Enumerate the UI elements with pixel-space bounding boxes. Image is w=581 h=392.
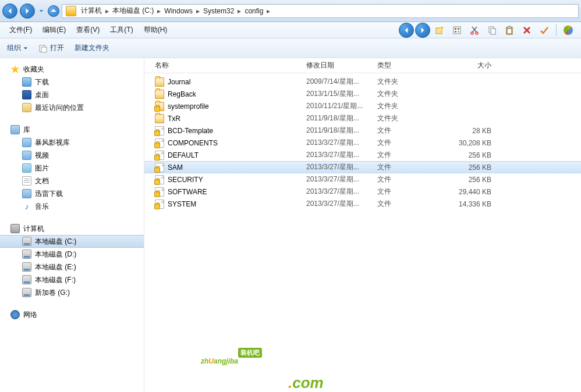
breadcrumb-separator[interactable]: ▸ bbox=[265, 7, 271, 15]
file-name: Journal bbox=[168, 78, 190, 86]
folder-icon bbox=[155, 114, 164, 123]
file-icon bbox=[155, 138, 164, 148]
breadcrumb-separator[interactable]: ▸ bbox=[236, 7, 242, 15]
file-type: 文件 bbox=[377, 199, 447, 209]
nav-forward-button[interactable] bbox=[20, 3, 35, 19]
pictures-icon bbox=[22, 163, 31, 173]
nav-drive-g[interactable]: 新加卷 (G:) bbox=[0, 286, 144, 299]
toolbar-check-icon[interactable] bbox=[536, 23, 552, 37]
nav-libraries[interactable]: 库 bbox=[0, 123, 144, 136]
file-name: BCD-Template bbox=[168, 127, 213, 135]
file-type: 文件 bbox=[377, 126, 447, 136]
svg-rect-10 bbox=[491, 28, 495, 34]
file-size: 256 KB bbox=[447, 163, 499, 172]
cmd-organize[interactable]: 组织 bbox=[7, 43, 28, 53]
nav-recent[interactable]: 最近访问的位置 bbox=[0, 101, 144, 114]
col-name[interactable]: 名称 bbox=[155, 60, 306, 70]
file-icon bbox=[155, 187, 164, 197]
file-row[interactable]: systemprofile2010/11/21/星期...文件夹 bbox=[144, 100, 581, 112]
file-row[interactable]: DEFAULT2013/3/27/星期...文件256 KB bbox=[144, 149, 581, 161]
nav-network[interactable]: 网络 bbox=[0, 308, 144, 321]
nav-drive-f[interactable]: 本地磁盘 (F:) bbox=[0, 273, 144, 286]
nav-drive-d[interactable]: 本地磁盘 (D:) bbox=[0, 248, 144, 261]
folder-icon bbox=[155, 77, 164, 87]
nav-lib-video[interactable]: 视频 bbox=[0, 149, 144, 162]
toolbar-back-button[interactable] bbox=[399, 23, 414, 38]
menu-bar: 文件(F) 编辑(E) 查看(V) 工具(T) 帮助(H) bbox=[0, 22, 581, 38]
file-row[interactable]: Journal2009/7/14/星期...文件夹 bbox=[144, 76, 581, 88]
file-size: 30,208 KB bbox=[447, 139, 499, 147]
col-date[interactable]: 修改日期 bbox=[306, 60, 377, 70]
file-row[interactable]: TxR2011/9/18/星期...文件夹 bbox=[144, 112, 581, 124]
breadcrumb-item[interactable]: 计算机 bbox=[79, 5, 104, 17]
nav-favorites[interactable]: 收藏夹 bbox=[0, 63, 144, 76]
menu-help[interactable]: 帮助(H) bbox=[139, 23, 172, 37]
music-icon: ♪ bbox=[22, 202, 31, 211]
file-name: COMPONENTS bbox=[168, 139, 218, 147]
lock-icon bbox=[154, 167, 160, 173]
file-type: 文件 bbox=[377, 174, 447, 184]
folder-icon bbox=[22, 77, 31, 87]
file-name: RegBack bbox=[168, 90, 196, 98]
file-row[interactable]: SAM2013/3/27/星期...文件256 KB bbox=[144, 161, 581, 173]
nav-desktop[interactable]: 桌面 bbox=[0, 88, 144, 101]
toolbar-delete-icon[interactable] bbox=[519, 23, 535, 37]
svg-rect-12 bbox=[508, 26, 511, 28]
breadcrumb-item[interactable]: System32 bbox=[201, 5, 236, 17]
file-icon bbox=[155, 126, 164, 136]
svg-rect-6 bbox=[458, 31, 459, 33]
breadcrumb-separator[interactable]: ▸ bbox=[104, 7, 110, 15]
file-row[interactable]: SECURITY2013/3/27/星期...文件256 KB bbox=[144, 173, 581, 186]
nav-lib-music[interactable]: ♪音乐 bbox=[0, 200, 144, 213]
file-row[interactable]: COMPONENTS2013/3/27/星期...文件30,208 KB bbox=[144, 137, 581, 149]
nav-downloads[interactable]: 下载 bbox=[0, 76, 144, 88]
nav-lib-thunder[interactable]: 迅雷下载 bbox=[0, 187, 144, 200]
nav-drive-e[interactable]: 本地磁盘 (E:) bbox=[0, 261, 144, 273]
col-size[interactable]: 大小 bbox=[447, 60, 499, 70]
lock-icon bbox=[154, 204, 160, 209]
toolbar-globe-icon[interactable] bbox=[560, 23, 576, 37]
toolbar-copy-icon[interactable] bbox=[484, 23, 500, 37]
toolbar-cut-icon[interactable] bbox=[466, 23, 483, 37]
toolbar-properties-icon[interactable] bbox=[449, 23, 465, 37]
file-row[interactable]: BCD-Template2011/9/18/星期...文件28 KB bbox=[144, 124, 581, 137]
nav-computer[interactable]: 计算机 bbox=[0, 222, 144, 235]
toolbar-new-icon[interactable] bbox=[431, 23, 448, 37]
nav-lib-storm[interactable]: 暴风影视库 bbox=[0, 136, 144, 149]
breadcrumb-item[interactable]: Windows bbox=[162, 5, 195, 17]
file-date: 2011/9/18/星期... bbox=[306, 113, 377, 123]
file-icon bbox=[155, 151, 164, 160]
menu-edit[interactable]: 编辑(E) bbox=[38, 23, 70, 37]
lock-icon bbox=[154, 179, 160, 185]
nav-lib-pictures[interactable]: 图片 bbox=[0, 162, 144, 174]
nav-up-button[interactable] bbox=[48, 5, 59, 17]
breadcrumb-separator[interactable]: ▸ bbox=[156, 7, 162, 15]
breadcrumb-item[interactable]: config bbox=[242, 5, 265, 17]
nav-drive-c[interactable]: 本地磁盘 (C:) bbox=[0, 235, 144, 248]
file-row[interactable]: SYSTEM2013/3/27/星期...文件14,336 KB bbox=[144, 198, 581, 210]
file-date: 2013/3/27/星期... bbox=[306, 174, 377, 184]
drive-icon bbox=[22, 288, 31, 297]
file-name: SOFTWARE bbox=[168, 188, 207, 196]
toolbar-forward-button[interactable] bbox=[415, 23, 430, 38]
nav-lib-documents[interactable]: 文档 bbox=[0, 174, 144, 187]
cmd-open[interactable]: 打开 bbox=[38, 43, 64, 53]
breadcrumb-item[interactable]: 本地磁盘 (C:) bbox=[110, 5, 156, 17]
file-name: SAM bbox=[168, 163, 183, 172]
computer-icon bbox=[10, 224, 20, 233]
file-size: 14,336 KB bbox=[447, 200, 499, 208]
menu-view[interactable]: 查看(V) bbox=[72, 23, 104, 37]
cmd-new-folder[interactable]: 新建文件夹 bbox=[75, 43, 109, 53]
lock-icon bbox=[154, 106, 160, 112]
breadcrumb-separator[interactable]: ▸ bbox=[195, 7, 201, 15]
menu-file[interactable]: 文件(F) bbox=[5, 23, 37, 37]
toolbar-paste-icon[interactable] bbox=[501, 23, 518, 37]
nav-history-dropdown[interactable] bbox=[37, 5, 45, 17]
col-type[interactable]: 类型 bbox=[377, 60, 447, 70]
breadcrumb[interactable]: 计算机▸本地磁盘 (C:)▸Windows▸System32▸config▸ bbox=[62, 4, 579, 18]
nav-back-button[interactable] bbox=[2, 3, 17, 19]
file-row[interactable]: SOFTWARE2013/3/27/星期...文件29,440 KB bbox=[144, 186, 581, 198]
menu-tools[interactable]: 工具(T) bbox=[105, 23, 137, 37]
file-row[interactable]: RegBack2013/1/15/星期...文件夹 bbox=[144, 88, 581, 100]
lock-icon bbox=[154, 130, 160, 136]
